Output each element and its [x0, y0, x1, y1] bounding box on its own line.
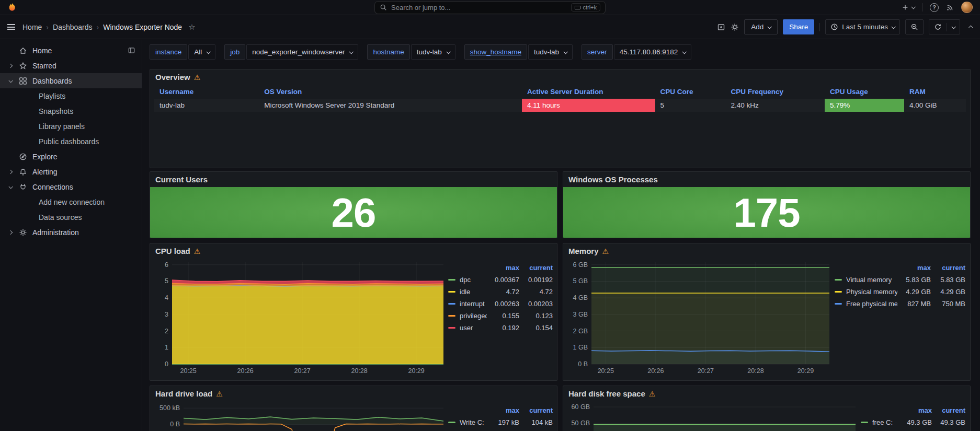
charts-row-2: Hard drive load ⚠ 500 kB0 B max current …	[150, 386, 971, 431]
legend-header-max: max	[897, 264, 931, 272]
sidebar-item-playlists[interactable]: Playlists	[0, 88, 142, 103]
hard-drive-load-chart[interactable]: 500 kB0 B	[154, 402, 445, 431]
new-menu-button[interactable]	[902, 4, 915, 11]
column-active-server-duration[interactable]: Active Server Duration	[522, 85, 655, 99]
legend-item-virtual-memory[interactable]: Virtual memory	[835, 276, 897, 284]
sidebar-item-explore[interactable]: Explore	[0, 149, 142, 164]
sidebar-item-administration[interactable]: Administration	[0, 225, 142, 240]
overview-panel-header[interactable]: Overview ⚠	[150, 69, 970, 85]
column-os-version[interactable]: OS Version	[259, 85, 522, 99]
legend-item-free-c[interactable]: free C:	[861, 418, 899, 426]
search-placeholder: Search or jump to...	[391, 4, 450, 11]
cpu-load-panel-header[interactable]: CPU load ⚠	[150, 243, 557, 259]
legend-item-free-physical-memory[interactable]: Free physical memory	[835, 300, 897, 308]
chevron-down-icon	[207, 50, 211, 54]
memory-chart[interactable]: 20:2520:2620:2720:2820:290 B1 GB2 GB3 GB…	[567, 260, 831, 377]
legend-item-interrupt[interactable]: interrupt	[448, 300, 487, 308]
memory-panel-header[interactable]: Memory ⚠	[563, 243, 970, 259]
sidebar-item-home[interactable]: Home	[0, 43, 142, 58]
column-ram[interactable]: RAM	[904, 85, 966, 99]
column-cpu-core[interactable]: CPU Core	[655, 85, 726, 99]
warning-icon[interactable]: ⚠	[216, 390, 223, 398]
cell-cpu-core: 5	[655, 99, 726, 112]
breadcrumb-dashboards[interactable]: Dashboards	[53, 23, 93, 31]
var-value-job[interactable]: node_exporter_windowserver	[246, 44, 358, 60]
legend-row: dpc 0.00367 0.00192	[448, 274, 553, 286]
sidebar-item-starred[interactable]: Starred	[0, 58, 142, 73]
column-cpu-usage[interactable]: CPU Usage	[825, 85, 904, 99]
var-label-instance: instance	[150, 44, 187, 60]
warning-icon[interactable]: ⚠	[194, 74, 201, 81]
breadcrumb-home[interactable]: Home	[22, 23, 42, 31]
sidebar-item-library-panels[interactable]: Library panels	[0, 119, 142, 134]
legend-item-user[interactable]: user	[448, 324, 487, 332]
chevron-right-icon[interactable]	[8, 169, 13, 173]
collapse-toolbar-button[interactable]	[970, 26, 973, 29]
star-icon	[18, 62, 28, 70]
news-button[interactable]	[946, 4, 954, 11]
column-username[interactable]: Username	[154, 85, 259, 99]
panel-title: Memory	[568, 247, 599, 255]
user-avatar[interactable]	[961, 2, 973, 13]
table-row: tudv-lab Microsoft Windows Server 2019 S…	[154, 99, 966, 112]
legend-item-idle[interactable]: idle	[448, 288, 487, 296]
sidebar-item-dashboards[interactable]: Dashboards	[0, 73, 142, 88]
dock-menu-icon[interactable]	[128, 46, 135, 54]
svg-text:3 GB: 3 GB	[573, 311, 588, 318]
refresh-button[interactable]	[929, 19, 960, 34]
legend-item-privileged[interactable]: privileged	[448, 312, 487, 320]
sidebar-item-connections[interactable]: Connections	[0, 179, 142, 194]
help-button[interactable]: ?	[930, 3, 939, 12]
processes-panel-header[interactable]: Windows OS Processes	[563, 172, 970, 187]
chevron-right-icon[interactable]	[8, 230, 13, 234]
chevron-down-icon[interactable]	[8, 184, 13, 189]
hdd-free-panel-header[interactable]: Hard disk free space ⚠	[563, 386, 970, 401]
refresh-interval-chevron-icon[interactable]	[951, 25, 955, 29]
svg-text:500 kB: 500 kB	[159, 404, 180, 412]
favorite-star-icon[interactable]: ☆	[188, 22, 195, 32]
mega-menu-toggle-icon[interactable]	[7, 24, 15, 30]
series-color-marker	[448, 279, 455, 281]
share-button[interactable]: Share	[783, 19, 814, 34]
panel-hard-disk-free-space: Hard disk free space ⚠ 60 GB50 GB max cu…	[563, 386, 971, 431]
sidebar-item-add-new-connection[interactable]: Add new connection	[0, 194, 142, 209]
current-users-panel-header[interactable]: Current Users	[150, 172, 557, 187]
column-cpu-frequency[interactable]: CPU Frequency	[726, 85, 825, 99]
dashboard-settings-button[interactable]	[731, 23, 739, 31]
sidebar-item-public-dashboards[interactable]: Public dashboards	[0, 134, 142, 149]
zoom-out-button[interactable]	[905, 19, 924, 34]
chevron-down-icon	[682, 50, 687, 54]
plug-icon	[18, 183, 28, 191]
time-range-picker[interactable]: Last 5 minutes	[825, 19, 900, 34]
search-input[interactable]: Search or jump to... ctrl+k	[374, 1, 606, 14]
var-value-show-hostname[interactable]: tudv-lab	[528, 44, 573, 60]
sidebar-item-alerting[interactable]: Alerting	[0, 164, 142, 179]
var-value-hostname[interactable]: tudv-lab	[411, 44, 455, 60]
legend-row: interrupt 0.00263 0.00203	[448, 298, 553, 310]
chevron-down-icon[interactable]	[8, 78, 13, 83]
add-panel-button[interactable]	[717, 23, 725, 31]
warning-icon[interactable]: ⚠	[602, 248, 609, 255]
legend-item-write-c[interactable]: Write C:	[448, 418, 487, 426]
hard-disk-free-space-chart[interactable]: 60 GB50 GB	[567, 402, 858, 431]
warning-icon[interactable]: ⚠	[649, 390, 656, 398]
panel-hard-drive-load: Hard drive load ⚠ 500 kB0 B max current …	[150, 386, 557, 431]
var-value-instance[interactable]: All	[188, 44, 215, 60]
sidebar-item-data-sources[interactable]: Data sources	[0, 209, 142, 225]
hdd-load-panel-header[interactable]: Hard drive load ⚠	[150, 386, 557, 401]
var-value-server[interactable]: 45.117.80.86:9182	[614, 44, 692, 60]
panel-cpu-load: CPU load ⚠ 20:2520:2620:2720:2820:290123…	[150, 243, 557, 381]
gear-icon	[18, 228, 28, 237]
panel-memory: Memory ⚠ 20:2520:2620:2720:2820:290 B1 G…	[563, 243, 971, 381]
legend-item-physical-memory[interactable]: Physical memory	[835, 288, 897, 296]
var-label-show-hostname[interactable]: show_hostname	[464, 44, 527, 60]
sidebar-item-snapshots[interactable]: Snapshots	[0, 103, 142, 119]
toolbar-actions: Add Share Last 5 minutes	[717, 19, 973, 34]
dashboard-content: instance All job node_exporter_windowser…	[142, 40, 980, 431]
chevron-right-icon[interactable]	[8, 63, 13, 67]
cpu-load-chart[interactable]: 20:2520:2620:2720:2820:290123456	[154, 260, 445, 377]
grafana-logo-icon[interactable]	[7, 3, 17, 13]
add-button[interactable]: Add	[744, 19, 778, 34]
legend-item-dpc[interactable]: dpc	[448, 276, 487, 284]
warning-icon[interactable]: ⚠	[194, 248, 201, 255]
